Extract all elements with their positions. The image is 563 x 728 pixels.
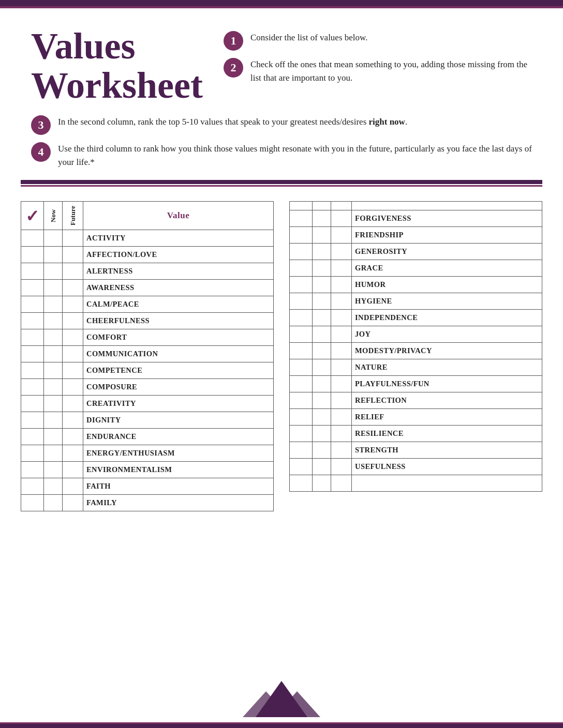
table-row[interactable]: GRACE bbox=[290, 260, 542, 277]
now-cell[interactable] bbox=[313, 459, 331, 475]
check-cell[interactable] bbox=[290, 227, 313, 244]
table-row[interactable]: PLAYFULNESS/FUN bbox=[290, 376, 542, 392]
future-cell[interactable] bbox=[63, 230, 83, 247]
table-row[interactable]: RELIEF bbox=[290, 409, 542, 426]
now-cell[interactable] bbox=[44, 362, 63, 379]
check-cell[interactable] bbox=[290, 277, 313, 293]
table-row[interactable]: AFFECTION/LOVE bbox=[21, 247, 274, 263]
future-cell[interactable] bbox=[331, 227, 352, 244]
now-cell[interactable] bbox=[313, 392, 331, 409]
future-cell[interactable] bbox=[63, 478, 83, 495]
future-cell[interactable] bbox=[331, 442, 352, 459]
now-cell[interactable] bbox=[313, 260, 331, 277]
check-cell[interactable] bbox=[290, 459, 313, 475]
now-cell[interactable] bbox=[44, 329, 63, 346]
future-cell[interactable] bbox=[331, 359, 352, 376]
check-cell[interactable] bbox=[21, 296, 44, 313]
table-row[interactable]: CHEERFULNESS bbox=[21, 313, 274, 329]
now-cell[interactable] bbox=[313, 227, 331, 244]
check-cell[interactable] bbox=[21, 445, 44, 462]
now-cell[interactable] bbox=[313, 442, 331, 459]
future-cell[interactable] bbox=[63, 429, 83, 445]
now-cell[interactable] bbox=[44, 379, 63, 396]
check-cell[interactable] bbox=[21, 329, 44, 346]
future-cell[interactable] bbox=[331, 244, 352, 260]
future-cell[interactable] bbox=[331, 326, 352, 343]
check-cell[interactable] bbox=[21, 313, 44, 329]
future-cell[interactable] bbox=[331, 392, 352, 409]
check-cell[interactable] bbox=[290, 293, 313, 310]
now-cell[interactable] bbox=[44, 495, 63, 511]
now-cell[interactable] bbox=[44, 313, 63, 329]
table-row[interactable]: HUMOR bbox=[290, 277, 542, 293]
future-cell[interactable] bbox=[331, 277, 352, 293]
now-cell[interactable] bbox=[313, 293, 331, 310]
table-row[interactable]: AWARENESS bbox=[21, 280, 274, 296]
check-cell[interactable] bbox=[21, 462, 44, 478]
now-cell[interactable] bbox=[313, 310, 331, 326]
future-cell[interactable] bbox=[331, 426, 352, 442]
future-cell[interactable] bbox=[331, 293, 352, 310]
table-row[interactable]: REFLECTION bbox=[290, 392, 542, 409]
table-row[interactable]: MODESTY/PRIVACY bbox=[290, 343, 542, 359]
now-cell[interactable] bbox=[313, 343, 331, 359]
check-cell[interactable] bbox=[290, 210, 313, 227]
check-cell[interactable] bbox=[290, 244, 313, 260]
now-cell[interactable] bbox=[313, 376, 331, 392]
future-cell[interactable] bbox=[63, 329, 83, 346]
now-cell[interactable] bbox=[44, 396, 63, 412]
table-row[interactable]: HYGIENE bbox=[290, 293, 542, 310]
table-row[interactable]: INDEPENDENCE bbox=[290, 310, 542, 326]
table-row[interactable]: COMPETENCE bbox=[21, 362, 274, 379]
table-row[interactable]: FORGIVENESS bbox=[290, 210, 542, 227]
future-cell[interactable] bbox=[63, 346, 83, 362]
table-row[interactable]: ACTIVITY bbox=[21, 230, 274, 247]
future-cell[interactable] bbox=[331, 376, 352, 392]
table-row[interactable]: FAITH bbox=[21, 478, 274, 495]
now-cell[interactable] bbox=[44, 462, 63, 478]
check-cell[interactable] bbox=[21, 495, 44, 511]
now-cell[interactable] bbox=[313, 326, 331, 343]
future-cell[interactable] bbox=[63, 396, 83, 412]
check-cell[interactable] bbox=[21, 230, 44, 247]
future-cell[interactable] bbox=[331, 260, 352, 277]
check-cell[interactable] bbox=[21, 429, 44, 445]
future-cell[interactable] bbox=[63, 495, 83, 511]
check-cell[interactable] bbox=[21, 263, 44, 280]
check-cell[interactable] bbox=[290, 343, 313, 359]
future-cell[interactable] bbox=[331, 459, 352, 475]
table-row[interactable]: COMFORT bbox=[21, 329, 274, 346]
now-cell[interactable] bbox=[313, 277, 331, 293]
check-cell[interactable] bbox=[21, 379, 44, 396]
check-cell[interactable] bbox=[290, 409, 313, 426]
check-cell[interactable] bbox=[290, 260, 313, 277]
now-cell[interactable] bbox=[44, 412, 63, 429]
now-cell[interactable] bbox=[44, 478, 63, 495]
now-cell[interactable] bbox=[44, 230, 63, 247]
check-cell[interactable] bbox=[290, 392, 313, 409]
table-row[interactable]: JOY bbox=[290, 326, 542, 343]
table-row[interactable]: CALM/PEACE bbox=[21, 296, 274, 313]
check-cell[interactable] bbox=[290, 326, 313, 343]
check-cell[interactable] bbox=[21, 247, 44, 263]
check-cell[interactable] bbox=[21, 280, 44, 296]
future-cell[interactable] bbox=[63, 412, 83, 429]
now-cell[interactable] bbox=[44, 445, 63, 462]
future-cell[interactable] bbox=[63, 462, 83, 478]
table-row[interactable]: CREATIVITY bbox=[21, 396, 274, 412]
check-cell[interactable] bbox=[290, 442, 313, 459]
future-cell[interactable] bbox=[63, 296, 83, 313]
now-cell[interactable] bbox=[313, 426, 331, 442]
now-cell[interactable] bbox=[44, 296, 63, 313]
future-cell[interactable] bbox=[331, 343, 352, 359]
table-row[interactable]: NATURE bbox=[290, 359, 542, 376]
future-cell[interactable] bbox=[331, 310, 352, 326]
table-row[interactable]: RESILIENCE bbox=[290, 426, 542, 442]
table-row[interactable]: ENDURANCE bbox=[21, 429, 274, 445]
table-row[interactable]: ENVIRONMENTALISM bbox=[21, 462, 274, 478]
now-cell[interactable] bbox=[44, 263, 63, 280]
future-cell[interactable] bbox=[63, 362, 83, 379]
future-cell[interactable] bbox=[63, 445, 83, 462]
table-row[interactable]: FAMILY bbox=[21, 495, 274, 511]
check-cell[interactable] bbox=[290, 376, 313, 392]
